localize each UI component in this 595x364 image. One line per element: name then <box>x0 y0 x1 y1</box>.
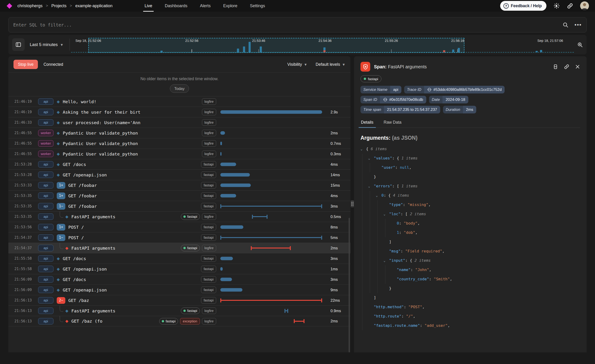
nav-tab-alerts[interactable]: Alerts <box>200 0 211 12</box>
tag-fastapi[interactable]: fastapi <box>181 213 200 220</box>
service-badge-api[interactable]: api <box>38 119 53 126</box>
service-badge-api[interactable]: api <box>38 266 53 272</box>
trace-row[interactable]: 21:46:19api◆Hello, world!logfire <box>8 96 350 107</box>
time-range-select[interactable]: Last 5 minutes ▼ <box>25 42 70 47</box>
sql-filter-input[interactable] <box>13 22 562 28</box>
trace-row[interactable]: 21:53:35api1+GET /foobarfastapi4ms <box>8 190 350 201</box>
trace-row[interactable]: 21:54:37api◆FastAPI argumentsfastapilogf… <box>8 243 350 253</box>
tag-logfire[interactable]: logfire <box>202 119 216 126</box>
expand-count-badge[interactable]: 1+ <box>57 193 65 199</box>
search-icon[interactable] <box>562 22 568 28</box>
today-button[interactable]: Today <box>170 84 189 93</box>
tag-fastapi[interactable]: fastapi <box>201 287 216 293</box>
service-badge-api[interactable]: api <box>38 193 53 199</box>
trace-row[interactable]: 21:55:58api◆GET /docsfastapi3ms <box>8 253 350 264</box>
stop-live-button[interactable]: Stop live <box>14 60 38 69</box>
collapse-chevron-icon[interactable]: ⌄ <box>361 144 366 154</box>
trace-row[interactable]: 21:53:35api◆FastAPI argumentsfastapilogf… <box>8 211 350 222</box>
tag-logfire[interactable]: logfire <box>202 245 216 251</box>
service-badge-worker[interactable]: worker <box>38 151 53 157</box>
tag-fastapi[interactable]: fastapi <box>201 171 216 178</box>
tag-logfire[interactable]: logfire <box>202 318 216 324</box>
expand-count-badge[interactable]: 1+ <box>57 224 65 231</box>
service-badge-api[interactable]: api <box>38 213 53 220</box>
tag-logfire[interactable]: logfire <box>202 140 216 147</box>
trace-row[interactable]: 21:56:13api◆GET /baz (fofastapiexception… <box>8 316 350 326</box>
timeline-selection-region[interactable] <box>88 38 464 53</box>
tag-logfire[interactable]: logfire <box>202 109 216 115</box>
service-badge-api[interactable]: api <box>38 203 53 209</box>
expand-count-badge[interactable]: 2− <box>57 297 65 304</box>
tag-fastapi[interactable]: fastapi <box>201 182 216 188</box>
service-badge-worker[interactable]: worker <box>38 140 53 147</box>
expand-count-badge[interactable]: 1− <box>57 234 65 241</box>
tag-logfire[interactable]: logfire <box>202 213 216 220</box>
tag-logfire[interactable]: logfire <box>202 151 216 157</box>
feedback-help-button[interactable]: ? Feedback / Help <box>500 1 546 11</box>
trace-row[interactable]: 21:56:13api2−GET /bazfastapi22ms <box>8 295 350 305</box>
service-badge-api[interactable]: api <box>38 297 53 304</box>
tag-fastapi[interactable]: fastapi <box>201 297 216 304</box>
service-badge-worker[interactable]: worker <box>38 130 53 136</box>
trace-row[interactable]: 21:46:55worker◆Pydantic User validate_py… <box>8 138 350 149</box>
tag-fastapi[interactable]: fastapi <box>201 203 216 209</box>
collapse-chevron-icon[interactable]: ⌄ <box>368 154 374 163</box>
trace-row[interactable]: 21:56:09api◆GET /openapi.jsonfastapi9ms <box>8 285 350 295</box>
collapse-chevron-icon[interactable]: ⌄ <box>376 191 381 200</box>
nav-tab-live[interactable]: Live <box>145 0 152 12</box>
trace-row[interactable]: 21:53:33api1+GET /foobarfastapi15ms <box>8 180 350 190</box>
service-badge-api[interactable]: api <box>38 287 53 293</box>
tag-fastapi[interactable]: fastapi <box>201 224 216 230</box>
trace-row[interactable]: 21:46:33api◆user processed: User(name='A… <box>8 117 350 128</box>
service-badge-api[interactable]: api <box>38 255 53 262</box>
service-badge-api[interactable]: api <box>38 109 53 115</box>
share-link-icon[interactable] <box>567 3 573 9</box>
service-badge-api[interactable]: api <box>38 234 53 241</box>
tag-fastapi[interactable]: fastapi <box>201 234 216 241</box>
service-badge-api[interactable]: api <box>38 307 53 314</box>
trace-row[interactable]: 21:56:13api◆FastAPI argumentsfastapilogf… <box>8 305 350 316</box>
service-badge-api[interactable]: api <box>38 245 53 251</box>
expand-count-badge[interactable]: 1+ <box>57 182 65 189</box>
service-badge-api[interactable]: api <box>38 276 53 283</box>
chip-value[interactable]: #0e31f5fd70e08cdb <box>380 96 426 103</box>
more-options-icon[interactable]: ••• <box>574 21 582 28</box>
timeline-zoom-icon[interactable] <box>577 42 583 48</box>
link-icon[interactable] <box>427 87 432 92</box>
trace-row[interactable]: 21:56:09api◆GET /docsfastapi3ms <box>8 274 350 285</box>
tag-fastapi[interactable]: fastapi <box>159 318 178 324</box>
breadcrumb-org[interactable]: christophergs <box>17 3 42 8</box>
copy-link-icon[interactable] <box>564 64 569 70</box>
service-badge-api[interactable]: api <box>38 224 53 230</box>
user-avatar[interactable] <box>580 1 589 10</box>
service-badge-api[interactable]: api <box>38 318 53 324</box>
trace-row[interactable]: 21:55:58api◆GET /openapi.jsonfastapi1ms <box>8 264 350 274</box>
tag-logfire[interactable]: logfire <box>202 307 216 314</box>
tag-logfire[interactable]: logfire <box>202 98 216 105</box>
tag-fastapi[interactable]: fastapi <box>201 255 216 262</box>
tag-logfire[interactable]: logfire <box>202 130 216 136</box>
chip-value[interactable]: #53ddc40980a86b57bfe89c1cc01c752d <box>424 86 505 93</box>
collapse-chevron-icon[interactable]: ⌄ <box>383 209 389 219</box>
trace-row[interactable]: 21:53:28api◆GET /docsfastapi4ms <box>8 159 350 170</box>
trace-row[interactable]: 21:53:56api1+POST /fastapi8ms <box>8 222 350 232</box>
default-levels-dropdown[interactable]: Default levels▼ <box>316 62 345 67</box>
detail-tab-raw-data[interactable]: Raw Data <box>383 118 402 128</box>
service-badge-api[interactable]: api <box>38 161 53 168</box>
logfire-logo-icon[interactable] <box>7 3 12 9</box>
nav-tab-dashboards[interactable]: Dashboards <box>165 0 187 12</box>
visibility-dropdown[interactable]: Visibility▼ <box>287 62 307 67</box>
trace-row[interactable]: 21:46:55worker◆Pydantic User validate_py… <box>8 128 350 138</box>
trace-row[interactable]: 21:46:19api◆Asking the user for their bi… <box>8 107 350 117</box>
breadcrumb-projects[interactable]: Projects <box>51 3 66 8</box>
scrollbar-thumb[interactable] <box>349 218 350 352</box>
breadcrumb-project-name[interactable]: example-application <box>75 3 113 8</box>
service-badge-api[interactable]: api <box>38 98 53 105</box>
trace-row[interactable]: 21:53:28api◆GET /openapi.jsonfastapi14ms <box>8 170 350 180</box>
nav-tab-explore[interactable]: Explore <box>223 0 237 12</box>
tag-fastapi[interactable]: fastapi <box>201 193 216 199</box>
panel-layout-icon[interactable] <box>553 64 558 70</box>
detail-tab-details[interactable]: Details <box>361 118 374 128</box>
panel-splitter-handle[interactable] <box>351 200 354 207</box>
tag-fastapi[interactable]: fastapi <box>181 245 200 251</box>
